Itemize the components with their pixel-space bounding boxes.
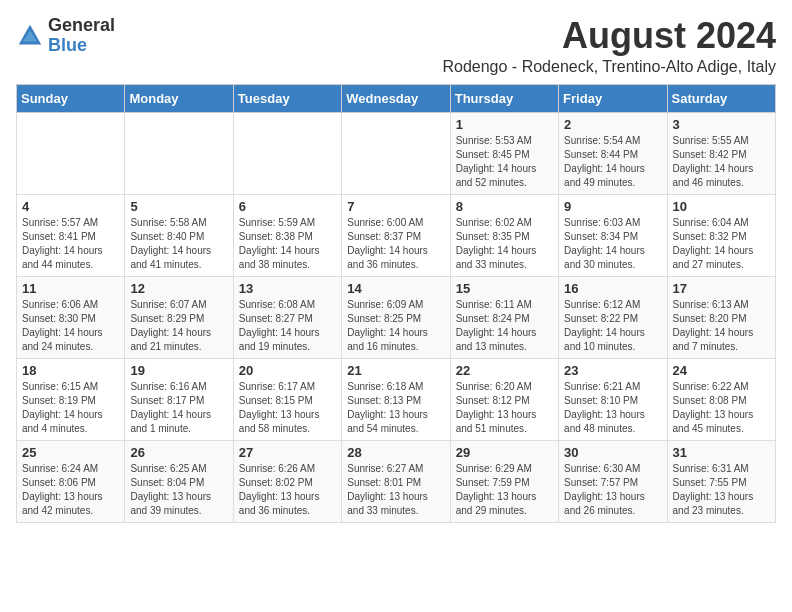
day-cell: 3Sunrise: 5:55 AM Sunset: 8:42 PM Daylig… <box>667 112 775 194</box>
day-details: Sunrise: 6:03 AM Sunset: 8:34 PM Dayligh… <box>564 216 661 272</box>
week-row-1: 1Sunrise: 5:53 AM Sunset: 8:45 PM Daylig… <box>17 112 776 194</box>
day-number: 6 <box>239 199 336 214</box>
day-details: Sunrise: 6:06 AM Sunset: 8:30 PM Dayligh… <box>22 298 119 354</box>
day-cell: 4Sunrise: 5:57 AM Sunset: 8:41 PM Daylig… <box>17 194 125 276</box>
week-row-4: 18Sunrise: 6:15 AM Sunset: 8:19 PM Dayli… <box>17 358 776 440</box>
day-number: 4 <box>22 199 119 214</box>
day-details: Sunrise: 6:15 AM Sunset: 8:19 PM Dayligh… <box>22 380 119 436</box>
day-cell: 1Sunrise: 5:53 AM Sunset: 8:45 PM Daylig… <box>450 112 558 194</box>
day-cell: 14Sunrise: 6:09 AM Sunset: 8:25 PM Dayli… <box>342 276 450 358</box>
day-details: Sunrise: 6:26 AM Sunset: 8:02 PM Dayligh… <box>239 462 336 518</box>
day-cell: 27Sunrise: 6:26 AM Sunset: 8:02 PM Dayli… <box>233 440 341 522</box>
day-details: Sunrise: 5:57 AM Sunset: 8:41 PM Dayligh… <box>22 216 119 272</box>
day-number: 1 <box>456 117 553 132</box>
header-cell-sunday: Sunday <box>17 84 125 112</box>
day-number: 2 <box>564 117 661 132</box>
day-details: Sunrise: 5:53 AM Sunset: 8:45 PM Dayligh… <box>456 134 553 190</box>
day-cell: 2Sunrise: 5:54 AM Sunset: 8:44 PM Daylig… <box>559 112 667 194</box>
day-number: 7 <box>347 199 444 214</box>
header-cell-saturday: Saturday <box>667 84 775 112</box>
day-number: 15 <box>456 281 553 296</box>
day-number: 29 <box>456 445 553 460</box>
day-cell: 19Sunrise: 6:16 AM Sunset: 8:17 PM Dayli… <box>125 358 233 440</box>
day-cell: 16Sunrise: 6:12 AM Sunset: 8:22 PM Dayli… <box>559 276 667 358</box>
day-cell <box>17 112 125 194</box>
day-details: Sunrise: 6:18 AM Sunset: 8:13 PM Dayligh… <box>347 380 444 436</box>
day-cell: 7Sunrise: 6:00 AM Sunset: 8:37 PM Daylig… <box>342 194 450 276</box>
logo: General Blue <box>16 16 115 56</box>
header-cell-friday: Friday <box>559 84 667 112</box>
day-number: 8 <box>456 199 553 214</box>
day-cell: 18Sunrise: 6:15 AM Sunset: 8:19 PM Dayli… <box>17 358 125 440</box>
calendar-header: SundayMondayTuesdayWednesdayThursdayFrid… <box>17 84 776 112</box>
day-cell: 21Sunrise: 6:18 AM Sunset: 8:13 PM Dayli… <box>342 358 450 440</box>
day-details: Sunrise: 6:07 AM Sunset: 8:29 PM Dayligh… <box>130 298 227 354</box>
day-details: Sunrise: 6:30 AM Sunset: 7:57 PM Dayligh… <box>564 462 661 518</box>
day-details: Sunrise: 6:21 AM Sunset: 8:10 PM Dayligh… <box>564 380 661 436</box>
day-number: 25 <box>22 445 119 460</box>
day-details: Sunrise: 5:58 AM Sunset: 8:40 PM Dayligh… <box>130 216 227 272</box>
day-details: Sunrise: 6:08 AM Sunset: 8:27 PM Dayligh… <box>239 298 336 354</box>
day-details: Sunrise: 6:16 AM Sunset: 8:17 PM Dayligh… <box>130 380 227 436</box>
day-number: 3 <box>673 117 770 132</box>
calendar-body: 1Sunrise: 5:53 AM Sunset: 8:45 PM Daylig… <box>17 112 776 522</box>
day-cell: 17Sunrise: 6:13 AM Sunset: 8:20 PM Dayli… <box>667 276 775 358</box>
week-row-2: 4Sunrise: 5:57 AM Sunset: 8:41 PM Daylig… <box>17 194 776 276</box>
day-details: Sunrise: 6:24 AM Sunset: 8:06 PM Dayligh… <box>22 462 119 518</box>
day-number: 12 <box>130 281 227 296</box>
day-number: 17 <box>673 281 770 296</box>
day-number: 22 <box>456 363 553 378</box>
day-cell: 6Sunrise: 5:59 AM Sunset: 8:38 PM Daylig… <box>233 194 341 276</box>
day-cell: 30Sunrise: 6:30 AM Sunset: 7:57 PM Dayli… <box>559 440 667 522</box>
day-number: 26 <box>130 445 227 460</box>
day-cell: 12Sunrise: 6:07 AM Sunset: 8:29 PM Dayli… <box>125 276 233 358</box>
title-section: August 2024 Rodengo - Rodeneck, Trentino… <box>442 16 776 76</box>
logo-icon <box>16 22 44 50</box>
day-details: Sunrise: 6:20 AM Sunset: 8:12 PM Dayligh… <box>456 380 553 436</box>
day-details: Sunrise: 6:04 AM Sunset: 8:32 PM Dayligh… <box>673 216 770 272</box>
day-number: 18 <box>22 363 119 378</box>
day-number: 31 <box>673 445 770 460</box>
header-cell-wednesday: Wednesday <box>342 84 450 112</box>
day-number: 20 <box>239 363 336 378</box>
day-number: 28 <box>347 445 444 460</box>
day-details: Sunrise: 6:27 AM Sunset: 8:01 PM Dayligh… <box>347 462 444 518</box>
day-cell <box>125 112 233 194</box>
day-cell <box>342 112 450 194</box>
day-details: Sunrise: 6:12 AM Sunset: 8:22 PM Dayligh… <box>564 298 661 354</box>
header-cell-tuesday: Tuesday <box>233 84 341 112</box>
day-details: Sunrise: 6:13 AM Sunset: 8:20 PM Dayligh… <box>673 298 770 354</box>
day-number: 14 <box>347 281 444 296</box>
location-subtitle: Rodengo - Rodeneck, Trentino-Alto Adige,… <box>442 58 776 76</box>
day-details: Sunrise: 6:02 AM Sunset: 8:35 PM Dayligh… <box>456 216 553 272</box>
day-details: Sunrise: 6:09 AM Sunset: 8:25 PM Dayligh… <box>347 298 444 354</box>
day-cell: 13Sunrise: 6:08 AM Sunset: 8:27 PM Dayli… <box>233 276 341 358</box>
day-details: Sunrise: 5:59 AM Sunset: 8:38 PM Dayligh… <box>239 216 336 272</box>
day-number: 11 <box>22 281 119 296</box>
day-cell: 26Sunrise: 6:25 AM Sunset: 8:04 PM Dayli… <box>125 440 233 522</box>
logo-text: General Blue <box>48 16 115 56</box>
day-details: Sunrise: 5:55 AM Sunset: 8:42 PM Dayligh… <box>673 134 770 190</box>
day-number: 24 <box>673 363 770 378</box>
day-cell <box>233 112 341 194</box>
day-cell: 22Sunrise: 6:20 AM Sunset: 8:12 PM Dayli… <box>450 358 558 440</box>
week-row-5: 25Sunrise: 6:24 AM Sunset: 8:06 PM Dayli… <box>17 440 776 522</box>
day-number: 19 <box>130 363 227 378</box>
day-cell: 23Sunrise: 6:21 AM Sunset: 8:10 PM Dayli… <box>559 358 667 440</box>
day-cell: 31Sunrise: 6:31 AM Sunset: 7:55 PM Dayli… <box>667 440 775 522</box>
day-cell: 20Sunrise: 6:17 AM Sunset: 8:15 PM Dayli… <box>233 358 341 440</box>
day-number: 30 <box>564 445 661 460</box>
day-details: Sunrise: 6:29 AM Sunset: 7:59 PM Dayligh… <box>456 462 553 518</box>
day-details: Sunrise: 6:11 AM Sunset: 8:24 PM Dayligh… <box>456 298 553 354</box>
calendar-table: SundayMondayTuesdayWednesdayThursdayFrid… <box>16 84 776 523</box>
header-cell-monday: Monday <box>125 84 233 112</box>
day-details: Sunrise: 6:25 AM Sunset: 8:04 PM Dayligh… <box>130 462 227 518</box>
day-number: 27 <box>239 445 336 460</box>
day-number: 16 <box>564 281 661 296</box>
day-number: 9 <box>564 199 661 214</box>
day-details: Sunrise: 6:17 AM Sunset: 8:15 PM Dayligh… <box>239 380 336 436</box>
day-cell: 8Sunrise: 6:02 AM Sunset: 8:35 PM Daylig… <box>450 194 558 276</box>
day-number: 21 <box>347 363 444 378</box>
day-cell: 29Sunrise: 6:29 AM Sunset: 7:59 PM Dayli… <box>450 440 558 522</box>
day-cell: 24Sunrise: 6:22 AM Sunset: 8:08 PM Dayli… <box>667 358 775 440</box>
